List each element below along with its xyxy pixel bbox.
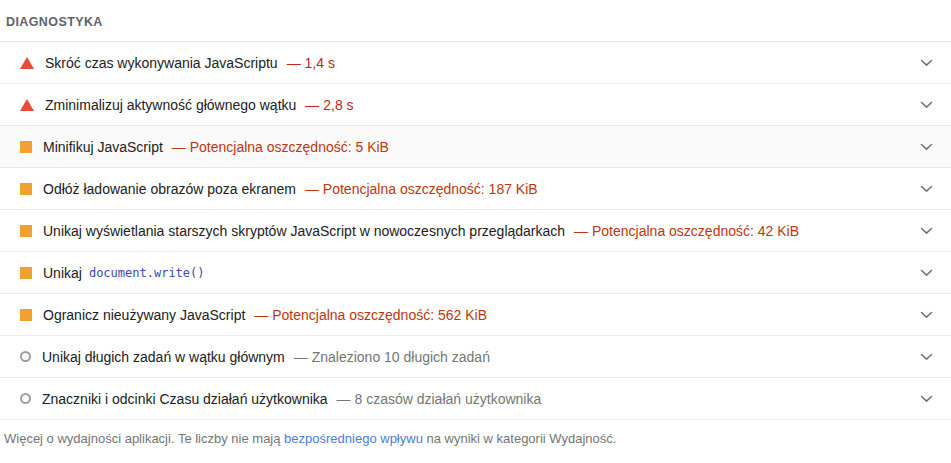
audit-row-minify-javascript[interactable]: Minifikuj JavaScript — Potencjalna oszcz… — [0, 126, 951, 168]
circle-informative-icon — [20, 393, 31, 404]
audit-list: Skróć czas wykonywania JavaScriptu — 1,4… — [0, 42, 951, 420]
chevron-down-icon[interactable] — [918, 223, 935, 239]
circle-informative-icon — [20, 351, 31, 362]
chevron-down-icon[interactable] — [918, 391, 935, 407]
audit-title: Unikaj długich zadań w wątku głównym — [42, 349, 285, 365]
section-header: DIAGNOSTYKA — [0, 0, 951, 42]
diagnostics-section: DIAGNOSTYKA Skróć czas wykonywania JavaS… — [0, 0, 951, 446]
audit-row-user-timings[interactable]: Znaczniki i odcinki Czasu działań użytko… — [0, 378, 951, 420]
chevron-down-icon[interactable] — [918, 181, 935, 197]
chevron-down-icon[interactable] — [918, 265, 935, 281]
audit-row-main-thread-work[interactable]: Zminimalizuj aktywność głównego wątku — … — [0, 84, 951, 126]
chevron-down-icon[interactable] — [918, 97, 935, 113]
audit-title: Unikaj wyświetlania starszych skryptów J… — [43, 223, 565, 239]
audit-title: Ogranicz nieużywany JavaScript — [43, 307, 245, 323]
audit-display-value: — Znaleziono 10 długich zadań — [294, 349, 490, 365]
square-average-icon — [20, 309, 32, 321]
audit-title: Unikaj — [43, 265, 82, 281]
square-average-icon — [20, 267, 32, 279]
square-average-icon — [20, 183, 32, 195]
chevron-down-icon[interactable] — [918, 55, 935, 71]
section-title: DIAGNOSTYKA — [6, 15, 943, 29]
audit-row-offscreen-images[interactable]: Odłóż ładowanie obrazów poza ekranem — P… — [0, 168, 951, 210]
audit-display-value: — 2,8 s — [305, 97, 353, 113]
audit-row-js-execution-time[interactable]: Skróć czas wykonywania JavaScriptu — 1,4… — [0, 42, 951, 84]
warning-triangle-icon — [20, 57, 34, 69]
audit-display-value: — 1,4 s — [287, 55, 335, 71]
audit-title: Minifikuj JavaScript — [43, 139, 163, 155]
chevron-down-icon[interactable] — [918, 349, 935, 365]
warning-triangle-icon — [20, 99, 34, 111]
footer-text-before: Więcej o wydajności aplikacji. Te liczby… — [4, 431, 284, 446]
audit-display-value: — Potencjalna oszczędność: 562 KiB — [254, 307, 487, 323]
audit-display-value: — Potencjalna oszczędność: 5 KiB — [172, 139, 389, 155]
chevron-down-icon[interactable] — [918, 139, 935, 155]
footer-link-direct-impact[interactable]: bezpośredniego wpływu — [284, 431, 423, 446]
audit-title: Zminimalizuj aktywność głównego wątku — [45, 97, 296, 113]
chevron-down-icon[interactable] — [918, 307, 935, 323]
audit-display-value: — Potencjalna oszczędność: 42 KiB — [574, 223, 799, 239]
footer-text-after: na wyniki w kategorii Wydajność. — [423, 431, 617, 446]
audit-code-snippet: document.write() — [89, 266, 205, 280]
square-average-icon — [20, 141, 32, 153]
square-average-icon — [20, 225, 32, 237]
audit-row-no-document-write[interactable]: Unikaj document.write() — [0, 252, 951, 294]
audit-row-unused-javascript[interactable]: Ogranicz nieużywany JavaScript — Potencj… — [0, 294, 951, 336]
audit-display-value: — Potencjalna oszczędność: 187 KiB — [305, 181, 538, 197]
audit-row-long-tasks[interactable]: Unikaj długich zadań w wątku głównym — Z… — [0, 336, 951, 378]
audit-row-legacy-javascript[interactable]: Unikaj wyświetlania starszych skryptów J… — [0, 210, 951, 252]
audit-title: Skróć czas wykonywania JavaScriptu — [45, 55, 278, 71]
audit-title: Odłóż ładowanie obrazów poza ekranem — [43, 181, 296, 197]
section-footer: Więcej o wydajności aplikacji. Te liczby… — [0, 420, 951, 446]
audit-title: Znaczniki i odcinki Czasu działań użytko… — [42, 391, 328, 407]
audit-display-value: — 8 czasów działań użytkownika — [337, 391, 542, 407]
